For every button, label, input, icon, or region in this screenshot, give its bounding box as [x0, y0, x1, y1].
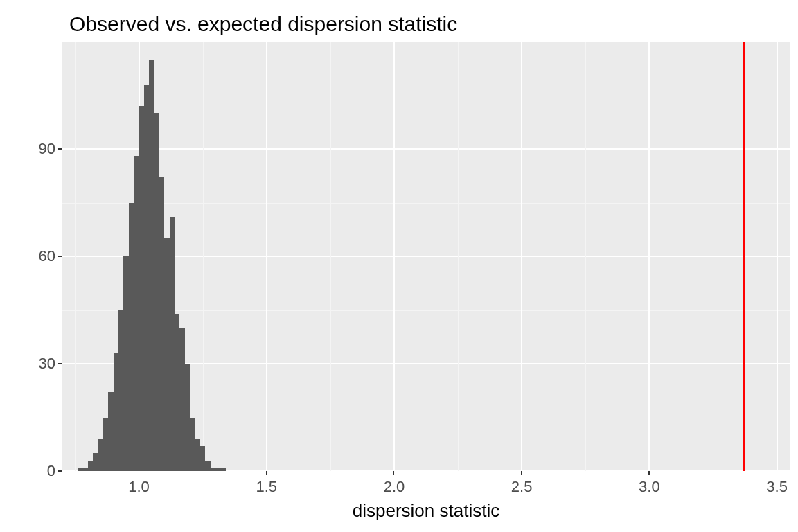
- gridline-minor-v: [458, 42, 459, 471]
- histogram-bar: [108, 392, 113, 471]
- y-tick-mark: [58, 470, 62, 472]
- x-tick-mark: [139, 471, 140, 475]
- y-tick-mark: [58, 363, 62, 364]
- histogram-bar: [144, 85, 149, 471]
- y-tick-label: 90: [7, 140, 55, 158]
- gridline-v: [266, 42, 267, 471]
- x-tick-label: 2.5: [511, 478, 533, 496]
- x-tick-mark: [777, 471, 778, 475]
- histogram-bar: [159, 177, 164, 471]
- histogram-bar: [205, 461, 210, 472]
- x-tick-mark: [393, 471, 395, 475]
- observed-vline: [743, 42, 745, 471]
- histogram-bar: [164, 238, 169, 471]
- x-tick-mark: [521, 471, 522, 475]
- gridline-minor-v: [203, 42, 204, 471]
- gridline-v: [777, 42, 778, 471]
- y-tick-mark: [58, 148, 62, 150]
- histogram-bar: [82, 468, 87, 471]
- gridline-minor-v: [75, 42, 76, 471]
- x-tick-label: 2.0: [384, 478, 405, 496]
- histogram-bar: [134, 156, 139, 471]
- histogram-bar: [211, 468, 215, 471]
- histogram-bar: [195, 439, 200, 472]
- gridline-h: [62, 148, 790, 150]
- histogram-bar: [200, 446, 205, 471]
- histogram-bar: [123, 256, 128, 471]
- histogram-bar: [149, 60, 154, 471]
- chart-container: Observed vs. expected dispersion statist…: [0, 0, 798, 532]
- gridline-minor-v: [330, 42, 331, 471]
- histogram-bar: [185, 364, 190, 471]
- gridline-minor-v: [713, 42, 713, 471]
- histogram-bar: [220, 468, 225, 471]
- y-tick-label: 30: [7, 355, 55, 373]
- histogram-bar: [139, 106, 144, 471]
- plot-panel: [62, 42, 790, 471]
- histogram-bar: [129, 203, 134, 472]
- histogram-bar: [114, 353, 118, 472]
- histogram-bar: [103, 418, 108, 472]
- y-tick-mark: [58, 256, 62, 257]
- x-tick-mark: [648, 471, 650, 475]
- x-tick-label: 1.0: [128, 478, 150, 496]
- histogram-bar: [118, 310, 123, 472]
- gridline-minor-v: [585, 42, 586, 471]
- histogram-bar: [170, 217, 175, 471]
- histogram-bar: [78, 468, 82, 471]
- histogram-bar: [190, 418, 195, 472]
- gridline-v: [521, 42, 522, 471]
- histogram-bar: [179, 328, 184, 471]
- gridline-minor-h: [62, 203, 790, 204]
- x-tick-mark: [266, 471, 267, 475]
- gridline-minor-h: [62, 96, 790, 96]
- gridline-v: [648, 42, 650, 471]
- histogram-bar: [215, 468, 220, 471]
- x-axis-label: dispersion statistic: [62, 500, 790, 522]
- y-tick-label: 60: [7, 247, 55, 265]
- x-tick-label: 1.5: [256, 478, 277, 496]
- histogram-bar: [175, 314, 179, 471]
- plot-title: Observed vs. expected dispersion statist…: [69, 12, 457, 36]
- x-tick-label: 3.0: [639, 478, 660, 496]
- histogram-bar: [154, 113, 159, 471]
- histogram-bar: [98, 439, 103, 472]
- histogram-bar: [93, 453, 98, 471]
- x-tick-label: 3.5: [766, 478, 788, 496]
- y-tick-label: 0: [7, 462, 55, 480]
- gridline-v: [393, 42, 395, 471]
- histogram-bar: [88, 461, 93, 472]
